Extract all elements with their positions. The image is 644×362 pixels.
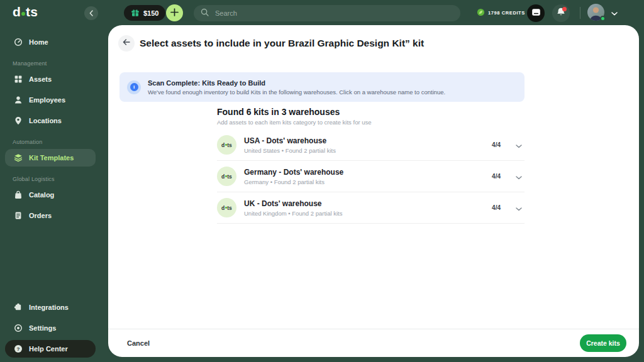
balance-pill[interactable]: $150 <box>124 5 165 21</box>
warehouse-meta: United States • Found 2 partial kits <box>244 147 484 154</box>
warehouse-row-uk[interactable]: dts UK - Dots' warehouse United Kingdom … <box>217 192 525 224</box>
receipt-icon <box>14 211 23 220</box>
logo-dot <box>21 12 25 16</box>
chevron-down-icon <box>516 171 522 182</box>
search-icon <box>201 8 209 19</box>
banner-text: Scan Complete: Kits Ready to Build We've… <box>148 79 445 96</box>
info-icon: i <box>127 80 141 94</box>
warehouse-info: UK - Dots' warehouse United Kingdom • Fo… <box>244 199 484 217</box>
balance-amount: $150 <box>143 9 158 17</box>
logo-text-right: ts <box>26 4 38 19</box>
warehouse-avatar: dts <box>217 167 236 186</box>
sidebar-section-management: Management <box>13 60 47 67</box>
sidebar-collapse-button[interactable] <box>84 6 98 20</box>
shopping-bag-icon <box>14 190 23 199</box>
user-icon <box>14 96 23 104</box>
warehouse-row-germany[interactable]: dts Germany - Dots' warehouse Germany • … <box>217 161 525 192</box>
gauge-icon <box>14 38 23 47</box>
chat-icon <box>531 8 541 19</box>
warehouse-expand-button[interactable] <box>513 137 525 153</box>
sidebar-item-assets[interactable]: Assets <box>5 70 96 88</box>
search-bar <box>194 5 460 21</box>
sidebar-item-label: Employees <box>29 96 65 104</box>
cancel-button[interactable]: Cancel <box>127 339 150 347</box>
leaf-credit-icon <box>477 8 485 18</box>
banner-description: We've found enough inventory to build Ki… <box>148 89 445 96</box>
sidebar-item-label: Orders <box>29 212 52 219</box>
arrow-left-icon <box>122 38 131 49</box>
chevron-down-icon <box>516 140 522 151</box>
results-section: Found 6 kits in 3 warehouses Add assets … <box>217 107 525 224</box>
main-panel: Select assets to include in your Brazil … <box>108 25 639 357</box>
panel-footer: Cancel Create kits <box>108 329 639 357</box>
chevron-down-icon <box>611 7 618 18</box>
create-new-button[interactable] <box>166 4 183 21</box>
search-input[interactable] <box>214 9 453 18</box>
results-heading: Found 6 kits in 3 warehouses <box>217 107 525 117</box>
puzzle-icon <box>14 303 23 312</box>
plus-icon <box>170 8 179 19</box>
results-subheading: Add assets to each item kits category to… <box>217 119 525 126</box>
chevron-down-icon <box>516 202 522 214</box>
kit-count: 4/4 <box>492 141 501 148</box>
sidebar-item-kit-templates[interactable]: Kit Templates <box>5 149 96 167</box>
sidebar: dts Home Management Assets Employees Loc… <box>0 0 101 362</box>
credits-badge[interactable]: 1798 CREDITS <box>477 8 525 18</box>
gear-icon <box>14 324 23 332</box>
warehouse-name: USA - Dots' warehouse <box>244 136 484 145</box>
sidebar-item-employees[interactable]: Employees <box>5 91 96 109</box>
warehouse-meta: Germany • Found 2 partial kits <box>244 178 484 185</box>
sidebar-item-label: Settings <box>29 324 56 332</box>
back-button[interactable] <box>118 35 135 52</box>
warehouse-row-usa[interactable]: dts USA - Dots' warehouse United States … <box>217 129 525 161</box>
warehouse-info: Germany - Dots' warehouse Germany • Foun… <box>244 168 484 185</box>
warehouse-expand-button[interactable] <box>513 200 525 216</box>
sidebar-item-label: Home <box>29 38 48 46</box>
messages-button[interactable] <box>527 4 545 22</box>
create-kits-button[interactable]: Create kits <box>580 334 626 352</box>
sidebar-item-label: Integrations <box>29 304 69 311</box>
online-status-dot <box>600 16 606 21</box>
notification-dot <box>562 7 567 11</box>
warehouse-avatar: dts <box>217 135 236 155</box>
notifications-button[interactable] <box>552 4 570 22</box>
logo-text-left: d <box>13 4 21 19</box>
warehouse-info: USA - Dots' warehouse United States • Fo… <box>244 136 484 154</box>
sidebar-item-help-center[interactable]: ? Help Center <box>5 340 96 358</box>
kit-count: 4/4 <box>492 204 501 211</box>
sidebar-item-label: Kit Templates <box>29 154 74 162</box>
app-logo: dts <box>13 4 38 19</box>
sidebar-item-label: Catalog <box>29 191 54 199</box>
sidebar-item-integrations[interactable]: Integrations <box>5 299 96 316</box>
sidebar-item-settings[interactable]: Settings <box>5 319 96 337</box>
warehouse-avatar: dts <box>217 198 236 217</box>
grid-icon <box>14 75 23 84</box>
warehouse-name: UK - Dots' warehouse <box>244 199 484 208</box>
sidebar-section-automation: Automation <box>13 139 43 145</box>
sidebar-item-label: Locations <box>29 117 62 124</box>
topbar: $150 1798 CREDITS <box>101 0 644 25</box>
sidebar-item-label: Assets <box>29 75 52 83</box>
warehouse-name: Germany - Dots' warehouse <box>244 168 484 177</box>
warehouse-list: dts USA - Dots' warehouse United States … <box>217 129 525 224</box>
info-banner: i Scan Complete: Kits Ready to Build We'… <box>119 72 525 102</box>
sidebar-section-global-logistics: Global Logistics <box>13 176 55 182</box>
question-icon: ? <box>14 345 23 353</box>
layers-icon <box>14 153 23 162</box>
warehouse-meta: United Kingdom • Found 2 partial kits <box>244 210 484 217</box>
topbar-divider <box>580 7 580 19</box>
sidebar-item-home[interactable]: Home <box>5 33 96 51</box>
warehouse-expand-button[interactable] <box>513 168 525 185</box>
sidebar-item-orders[interactable]: Orders <box>5 207 96 224</box>
map-pin-icon <box>14 116 23 125</box>
page-title: Select assets to include in your Brazil … <box>140 38 424 49</box>
chevron-left-icon <box>89 8 93 19</box>
banner-title: Scan Complete: Kits Ready to Build <box>148 79 445 87</box>
credits-label: 1798 CREDITS <box>488 10 525 16</box>
sidebar-item-locations[interactable]: Locations <box>5 112 96 129</box>
gift-icon <box>131 8 140 18</box>
sidebar-item-catalog[interactable]: Catalog <box>5 186 96 204</box>
kit-count: 4/4 <box>492 173 501 180</box>
sidebar-item-label: Help Center <box>29 345 68 353</box>
